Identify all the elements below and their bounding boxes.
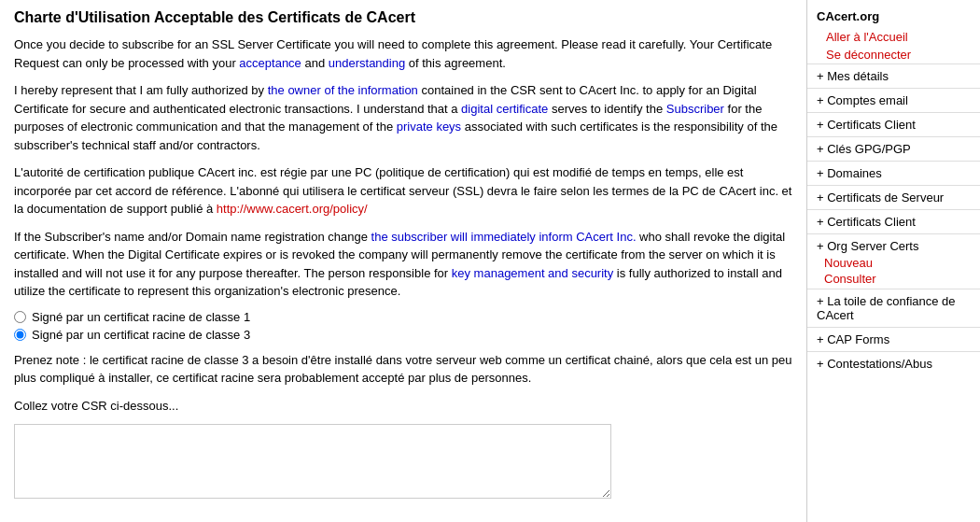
sidebar-home-link[interactable]: Aller à l'Accueil [807,28,980,46]
radio-class3[interactable] [14,329,26,341]
paragraph-3: L'autorité de certification publique CAc… [14,163,792,219]
sidebar-section-cap-forms[interactable]: + CAP Forms [807,327,980,351]
csr-textarea[interactable] [14,424,611,499]
policy-link[interactable]: http://www.cacert.org/policy/ [217,202,368,216]
sidebar-section-title-certificats-client-2: + Certificats Client [817,215,916,229]
main-content: Charte d'Utilisation Acceptable des Cert… [0,0,807,522]
sidebar-sub-link-nouveau[interactable]: Nouveau [824,255,971,271]
sidebar-section-title-cap-forms: + CAP Forms [817,332,889,346]
sidebar-sub-link-consulter[interactable]: Consulter [824,271,971,287]
sidebar-section-mes-details[interactable]: + Mes détails [807,63,980,88]
paragraph-4: If the Subscriber's name and/or Domain n… [14,228,792,301]
sidebar-section-title-certificats-serveur: + Certificats de Serveur [817,190,944,205]
sidebar-section-title-domaines: + Domaines [817,166,882,180]
sidebar-logout-link[interactable]: Se déconnecter [807,46,980,63]
radio-option-2[interactable]: Signé par un certificat racine de classe… [14,328,792,342]
sidebar-section-title-org-server-certs: + Org Server Certs [817,239,918,253]
radio-label-2: Signé par un certificat racine de classe… [32,328,250,342]
sidebar-sections: + Mes détails+ Comptes email+ Certificat… [807,63,980,375]
page-title: Charte d'Utilisation Acceptable des Cert… [14,9,792,26]
note-text: Prenez note : le certificat racine de cl… [14,351,792,388]
radio-option-1[interactable]: Signé par un certificat racine de classe… [14,310,792,324]
sidebar-section-cles-gpg[interactable]: + Clés GPG/PGP [807,136,980,161]
sidebar-section-title-comptes-email: + Comptes email [817,93,908,107]
sidebar-section-title-certificats-client-1: + Certificats Client [817,118,916,132]
radio-label-1: Signé par un certificat racine de classe… [32,310,250,324]
sidebar-section-org-server-certs[interactable]: + Org Server CertsNouveauConsulter [807,233,980,289]
sidebar-section-title-cles-gpg: + Clés GPG/PGP [817,142,911,156]
paste-label: Collez votre CSR ci-dessous... [14,397,792,416]
sidebar-section-comptes-email[interactable]: + Comptes email [807,88,980,112]
sidebar-section-contestations[interactable]: + Contestations/Abus [807,351,980,375]
sidebar-section-toile-confiance[interactable]: + La toile de confiance de CAcert [807,289,980,327]
radio-class1[interactable] [14,311,26,323]
sidebar-section-title-contestations: + Contestations/Abus [817,357,932,371]
sidebar: CAcert.org Aller à l'Accueil Se déconnec… [807,0,980,522]
sidebar-section-title-toile-confiance: + La toile de confiance de CAcert [817,294,956,322]
sidebar-section-domaines[interactable]: + Domaines [807,161,980,185]
sidebar-section-certificats-client-1[interactable]: + Certificats Client [807,112,980,136]
paragraph-1: Once you decide to subscribe for an SSL … [14,35,792,72]
sidebar-section-certificats-serveur[interactable]: + Certificats de Serveur [807,185,980,209]
sidebar-section-title-mes-details: + Mes détails [817,69,889,83]
sidebar-section-certificats-client-2[interactable]: + Certificats Client [807,209,980,233]
paragraph-2: I hereby represent that I am fully autho… [14,81,792,154]
sidebar-site-title: CAcert.org [807,5,980,28]
radio-group: Signé par un certificat racine de classe… [14,310,792,342]
sidebar-sub-links-org-server-certs: NouveauConsulter [817,255,971,287]
